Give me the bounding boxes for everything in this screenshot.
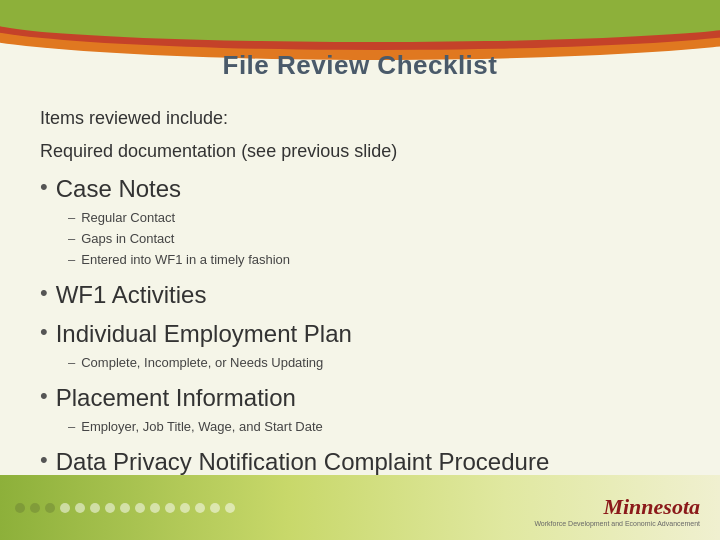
bullet-label-case-notes: Case Notes bbox=[56, 173, 181, 204]
dot bbox=[75, 503, 85, 513]
sub-bullets-case-notes: – Regular Contact – Gaps in Contact – En… bbox=[68, 208, 690, 270]
dot bbox=[105, 503, 115, 513]
dot bbox=[30, 503, 40, 513]
sub-item-entered-wf1: – Entered into WF1 in a timely fashion bbox=[68, 250, 690, 271]
intro-line1: Items reviewed include: bbox=[40, 105, 690, 132]
dot bbox=[225, 503, 235, 513]
main-content: Items reviewed include: Required documen… bbox=[40, 105, 690, 460]
mn-logo: Minnesota Workforce Development and Econ… bbox=[534, 494, 700, 528]
sub-bullets-iep: – Complete, Incomplete, or Needs Updatin… bbox=[68, 353, 690, 374]
mn-logo-text: Minnesota bbox=[534, 494, 700, 520]
sub-item-gaps-contact: – Gaps in Contact bbox=[68, 229, 690, 250]
mn-logo-subtitle: Workforce Development and Economic Advan… bbox=[534, 520, 700, 528]
dot bbox=[195, 503, 205, 513]
bullet-case-notes: • Case Notes – Regular Contact – Gaps in… bbox=[40, 173, 690, 271]
bullet-label-wf1: WF1 Activities bbox=[56, 279, 207, 310]
dot bbox=[60, 503, 70, 513]
sub-item-regular-contact: – Regular Contact bbox=[68, 208, 690, 229]
sub-item-employer: – Employer, Job Title, Wage, and Start D… bbox=[68, 417, 690, 438]
sub-bullets-placement: – Employer, Job Title, Wage, and Start D… bbox=[68, 417, 690, 438]
bullet-dot-1: • bbox=[40, 173, 48, 202]
bullet-label-placement: Placement Information bbox=[56, 382, 296, 413]
dot bbox=[180, 503, 190, 513]
dots-row bbox=[15, 503, 235, 513]
dot bbox=[165, 503, 175, 513]
bullet-data-privacy: • Data Privacy Notification Complaint Pr… bbox=[40, 446, 690, 477]
dot bbox=[90, 503, 100, 513]
dot bbox=[45, 503, 55, 513]
bullet-placement: • Placement Information – Employer, Job … bbox=[40, 382, 690, 438]
sub-item-complete: – Complete, Incomplete, or Needs Updatin… bbox=[68, 353, 690, 374]
dot bbox=[210, 503, 220, 513]
title-area: File Review Checklist bbox=[0, 50, 720, 81]
bullet-dot-3: • bbox=[40, 318, 48, 347]
bullet-iep: • Individual Employment Plan – Complete,… bbox=[40, 318, 690, 374]
dot bbox=[120, 503, 130, 513]
intro-line2: Required documentation (see previous sli… bbox=[40, 138, 690, 165]
curve-green bbox=[0, 0, 720, 42]
dot bbox=[15, 503, 25, 513]
dot bbox=[135, 503, 145, 513]
bullet-dot-4: • bbox=[40, 382, 48, 411]
bullet-label-iep: Individual Employment Plan bbox=[56, 318, 352, 349]
bullet-dot-2: • bbox=[40, 279, 48, 308]
slide-title: File Review Checklist bbox=[0, 50, 720, 81]
bullet-label-data-privacy: Data Privacy Notification Complaint Proc… bbox=[56, 446, 550, 477]
bullet-dot-5: • bbox=[40, 446, 48, 475]
bullet-wf1: • WF1 Activities bbox=[40, 279, 690, 310]
dot bbox=[150, 503, 160, 513]
